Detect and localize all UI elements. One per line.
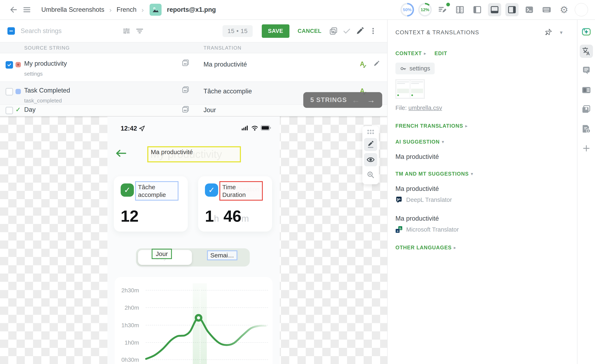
- tasks-button[interactable]: [436, 3, 449, 16]
- zoom-tool-button[interactable]: [364, 168, 377, 181]
- thumbnail-page: [411, 80, 424, 98]
- details-tab[interactable]: [580, 84, 593, 97]
- source-string[interactable]: My productivity: [24, 60, 67, 67]
- breadcrumb-language[interactable]: French: [117, 6, 136, 14]
- screenshot-attached-icon[interactable]: [182, 106, 189, 114]
- save-button[interactable]: SAVE: [262, 24, 290, 38]
- source-progress-ring[interactable]: 50%: [400, 3, 414, 16]
- section-ai-suggestion[interactable]: AI SUGGESTION: [396, 139, 440, 145]
- context-thumbnail[interactable]: [396, 79, 425, 99]
- translation-string[interactable]: Ma productivité: [204, 61, 247, 68]
- draw-tool-button[interactable]: [364, 138, 377, 151]
- screenshot-attached-icon[interactable]: [182, 59, 189, 67]
- column-translation: TRANSLATION: [204, 45, 241, 51]
- pages-bookmark-icon: [581, 105, 591, 114]
- console-button[interactable]: [523, 3, 536, 16]
- back-button[interactable]: [7, 3, 20, 16]
- hamburger-icon: [23, 6, 31, 14]
- comments-tab[interactable]: [580, 64, 593, 77]
- week-tab-highlight-box[interactable]: Semai…: [207, 250, 237, 260]
- menu-button[interactable]: [20, 3, 34, 16]
- ai-assistant-tab[interactable]: [580, 25, 593, 38]
- document-info-icon: [581, 124, 591, 134]
- main-layout: 15 • 15 SAVE CANCEL SOURCE STRING TRANSL…: [0, 20, 595, 364]
- drag-handle-icon[interactable]: [366, 129, 375, 136]
- ai-suggestion-text[interactable]: Ma productivité: [396, 153, 577, 161]
- toggle-right-panel-button[interactable]: [505, 3, 518, 16]
- screenshot-attached-icon[interactable]: [182, 86, 189, 94]
- toggle-left-panel-button[interactable]: [471, 3, 484, 16]
- translation-string[interactable]: Jour: [204, 106, 216, 114]
- suggestion-provider: あa Microsoft Translator: [396, 226, 577, 233]
- context-section-link[interactable]: CONTEXT: [396, 50, 422, 56]
- multilingual-view-button[interactable]: [453, 3, 467, 16]
- string-key: settings: [24, 71, 43, 77]
- translation-progress-ring[interactable]: 12%: [418, 3, 432, 16]
- file-link[interactable]: umbrella.csv: [408, 105, 442, 111]
- cell-signal-icon: [242, 125, 249, 131]
- more-options-button[interactable]: [367, 24, 380, 38]
- chart-point-marker[interactable]: [196, 315, 201, 321]
- tasks-value: 12: [121, 207, 139, 226]
- duplicate-button[interactable]: [327, 24, 340, 38]
- edit-mode-button[interactable]: [353, 24, 367, 38]
- next-string-button[interactable]: →: [367, 95, 375, 105]
- shortcuts-button[interactable]: [540, 3, 553, 16]
- breadcrumb-project[interactable]: Umbrella Screenshots: [41, 6, 104, 14]
- wifi-icon: [251, 125, 258, 131]
- row-checkbox[interactable]: [6, 88, 13, 95]
- chevron-down-icon: ▾: [471, 171, 473, 177]
- tm-suggestion-text[interactable]: Ma productivité: [396, 185, 577, 193]
- preview-tool-button[interactable]: [364, 153, 377, 166]
- table-row[interactable]: My productivity settings Ma productivité…: [0, 53, 387, 82]
- translation-verified-icon: A: [360, 60, 364, 68]
- day-tab-highlight-box[interactable]: Jour: [152, 249, 172, 259]
- section-other-languages[interactable]: OTHER LANGUAGES: [396, 245, 452, 250]
- search-input[interactable]: [21, 27, 107, 35]
- label-highlight-box[interactable]: Tâche accomplie: [135, 181, 178, 200]
- screenshots-tab[interactable]: [580, 103, 593, 116]
- title-highlight-box[interactable]: Ma productivité: [147, 146, 241, 162]
- section-tm-mt-suggestions[interactable]: TM AND MT SUGGESTIONS: [396, 171, 469, 177]
- collapse-panel-icon[interactable]: ▾: [560, 29, 563, 36]
- suggestion-provider: DeepL Translator: [396, 196, 577, 203]
- translation-string[interactable]: Tâche accomplie: [204, 88, 252, 95]
- edit-context-link[interactable]: EDIT: [434, 50, 447, 56]
- strings-count-label: 5 STRINGS: [310, 96, 347, 104]
- source-string[interactable]: Day: [24, 106, 35, 114]
- cancel-button[interactable]: CANCEL: [298, 28, 322, 34]
- right-rail: A: [577, 20, 595, 364]
- toggle-bottom-panel-button[interactable]: [488, 3, 501, 16]
- label-highlight-box[interactable]: Time Duration: [220, 181, 263, 200]
- row-checkbox[interactable]: [6, 107, 13, 114]
- add-tab-button[interactable]: [580, 142, 593, 155]
- previous-string-button[interactable]: ←: [352, 95, 360, 105]
- translated-title-text: Ma productivité: [151, 149, 193, 156]
- translations-tab[interactable]: A: [580, 45, 593, 58]
- section-french-translations[interactable]: FRENCH TRANSLATIONS: [396, 123, 463, 129]
- string-key-tag[interactable]: settings: [396, 63, 435, 74]
- panel-right-icon: [507, 5, 517, 14]
- chevron-down-icon: ▾: [442, 139, 444, 145]
- edit-translation-icon[interactable]: [373, 60, 380, 68]
- advanced-filter-button[interactable]: [120, 24, 133, 38]
- period-segmented-control: Day Jour Week Semai…: [136, 248, 250, 266]
- source-string[interactable]: Task Completed: [24, 87, 70, 94]
- translated-label-text: Tâche accomplie: [138, 184, 166, 198]
- settings-button[interactable]: ⚙: [557, 3, 571, 16]
- svg-text:A: A: [586, 51, 590, 56]
- breadcrumb-file[interactable]: reports@x1.png: [167, 6, 216, 14]
- pin-panel-icon[interactable]: [545, 28, 552, 37]
- tm-suggestion-text[interactable]: Ma productivité: [396, 215, 577, 222]
- table-columns-icon: [455, 5, 464, 14]
- row-checkbox-checked[interactable]: [6, 61, 13, 69]
- chevron-right-icon: ▸: [465, 123, 468, 129]
- string-info-tab[interactable]: [580, 122, 593, 136]
- user-avatar[interactable]: [575, 3, 588, 16]
- minutes-unit: m: [241, 214, 249, 223]
- screenshot-canvas[interactable]: 12:42 My productivity Ma productivité: [0, 116, 387, 364]
- filter-button[interactable]: [133, 24, 146, 38]
- select-all-checkbox[interactable]: [7, 27, 15, 35]
- svg-text:a: a: [397, 229, 398, 233]
- verify-button[interactable]: [340, 24, 353, 38]
